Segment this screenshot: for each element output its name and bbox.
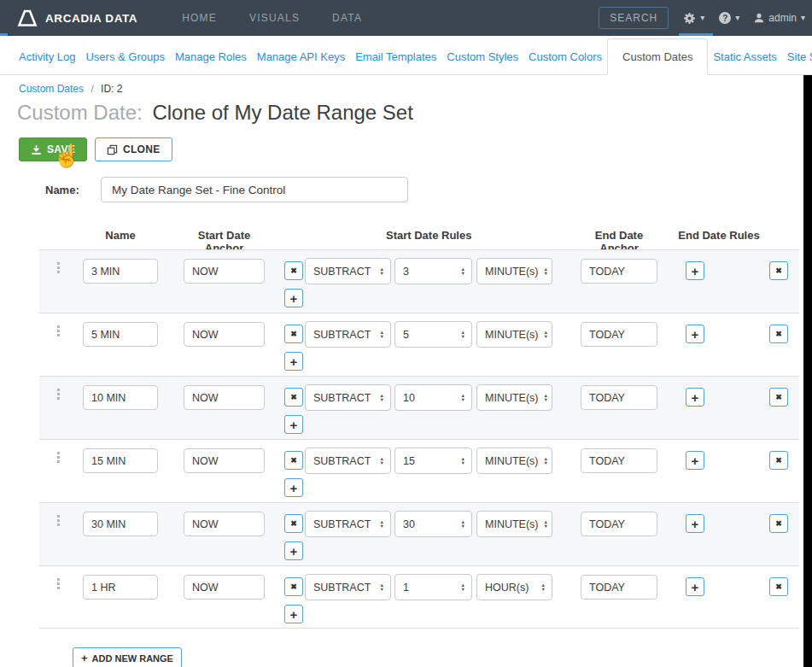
drag-handle-icon[interactable] (57, 389, 60, 400)
amount-select[interactable]: 10 ▲▼ (394, 384, 472, 411)
save-button-label: SAVE (47, 143, 75, 155)
remove-start-rule-button[interactable]: ✖ (284, 325, 303, 343)
remove-row-button[interactable]: ✖ (769, 577, 788, 596)
tab-activity-log[interactable]: Activity Log (14, 39, 80, 74)
add-end-rule-button[interactable]: + (686, 514, 704, 533)
unit-select[interactable]: MINUTE(s) ▲▼ (476, 258, 552, 284)
tab-manage-api-keys[interactable]: Manage API Keys (252, 39, 350, 74)
unit-select[interactable]: MINUTE(s) ▲▼ (476, 448, 552, 474)
unit-select[interactable]: MINUTE(s) ▲▼ (476, 321, 552, 348)
amount-select[interactable]: 1 ▲▼ (394, 574, 472, 600)
remove-start-rule-button[interactable]: ✖ (284, 514, 303, 533)
drag-handle-icon[interactable] (57, 325, 60, 336)
start-date-anchor-input[interactable] (184, 259, 265, 284)
operation-select-value: SUBTRACT (313, 518, 371, 530)
remove-row-button[interactable]: ✖ (769, 514, 788, 533)
add-end-rule-button[interactable]: + (686, 451, 704, 470)
breadcrumb: Custom Dates / ID: 2 (19, 83, 812, 95)
operation-select[interactable]: SUBTRACT ▲▼ (305, 448, 391, 474)
add-end-rule-button[interactable]: + (686, 577, 704, 596)
remove-row-button[interactable]: ✖ (769, 388, 788, 407)
user-menu[interactable]: admin ▾ (754, 12, 805, 24)
nav-link-visuals[interactable]: VISUALS (249, 12, 300, 24)
tab-custom-colors[interactable]: Custom Colors (523, 39, 607, 74)
add-start-rule-button[interactable]: + (284, 415, 303, 434)
search-button[interactable]: SEARCH (599, 7, 669, 29)
brand[interactable]: ARCADIA DATA (17, 8, 137, 28)
drag-handle-icon[interactable] (57, 515, 60, 526)
nav-link-data[interactable]: DATA (332, 12, 362, 24)
end-date-anchor-input[interactable] (581, 448, 657, 473)
remove-row-button[interactable]: ✖ (769, 261, 788, 280)
operation-select[interactable]: SUBTRACT ▲▼ (305, 511, 391, 537)
drag-handle-icon[interactable] (57, 452, 60, 463)
select-spinner-icon: ▲▼ (380, 267, 384, 275)
range-name-input[interactable] (83, 322, 158, 347)
help-menu[interactable]: ? ▾ (719, 12, 739, 24)
amount-select[interactable]: 5 ▲▼ (394, 321, 472, 348)
tab-custom-dates[interactable]: Custom Dates (607, 38, 708, 75)
add-start-rule-button[interactable]: + (284, 541, 303, 560)
end-date-anchor-input[interactable] (581, 385, 657, 410)
end-date-anchor-input[interactable] (581, 575, 657, 600)
remove-start-rule-button[interactable]: ✖ (284, 388, 303, 407)
tab-static-assets[interactable]: Static Assets (708, 39, 781, 74)
operation-select[interactable]: SUBTRACT ▲▼ (305, 258, 391, 284)
range-name-input[interactable] (83, 512, 158, 536)
add-start-rule-button[interactable]: + (284, 352, 303, 371)
range-name-input[interactable] (83, 385, 158, 410)
end-date-anchor-input[interactable] (581, 512, 657, 536)
select-spinner-icon: ▲▼ (544, 394, 548, 401)
unit-select[interactable]: MINUTE(s) ▲▼ (476, 511, 552, 537)
settings-menu[interactable]: ▾ (683, 12, 704, 25)
remove-start-rule-button[interactable]: ✖ (284, 577, 303, 596)
save-button[interactable]: SAVE (19, 137, 87, 161)
start-date-anchor-input[interactable] (184, 575, 265, 600)
select-spinner-icon: ▲▼ (541, 583, 546, 591)
action-toolbar: SAVE CLONE (19, 137, 812, 161)
start-date-anchor-input[interactable] (184, 512, 265, 536)
add-start-rule-button[interactable]: + (284, 605, 303, 623)
remove-start-rule-button[interactable]: ✖ (284, 261, 303, 280)
operation-select[interactable]: SUBTRACT ▲▼ (305, 384, 391, 411)
tab-custom-styles[interactable]: Custom Styles (441, 39, 523, 74)
tab-email-templates[interactable]: Email Templates (350, 39, 441, 74)
amount-select[interactable]: 30 ▲▼ (394, 511, 472, 537)
range-name-input[interactable] (83, 259, 158, 284)
add-new-range-button[interactable]: + ADD NEW RANGE (73, 647, 182, 667)
start-date-anchor-input[interactable] (184, 385, 265, 410)
start-date-anchor-input[interactable] (184, 322, 265, 347)
range-name-input[interactable] (83, 448, 158, 473)
start-date-anchor-input[interactable] (184, 448, 265, 473)
add-start-rule-button[interactable]: + (284, 289, 303, 307)
amount-select[interactable]: 15 ▲▼ (394, 448, 472, 474)
add-start-rule-button[interactable]: + (284, 478, 303, 497)
end-date-anchor-input[interactable] (581, 322, 657, 347)
amount-select[interactable]: 3 ▲▼ (394, 258, 472, 284)
drag-handle-icon[interactable] (57, 578, 60, 589)
operation-select[interactable]: SUBTRACT ▲▼ (305, 321, 391, 348)
breadcrumb-current: ID: 2 (101, 83, 122, 95)
add-end-rule-button[interactable]: + (686, 388, 704, 407)
clone-button[interactable]: CLONE (95, 137, 172, 161)
breadcrumb-custom-dates-link[interactable]: Custom Dates (19, 83, 84, 95)
column-header-name: Name (83, 229, 158, 242)
remove-start-rule-button[interactable]: ✖ (284, 451, 303, 470)
remove-row-button[interactable]: ✖ (769, 451, 788, 470)
add-end-rule-button[interactable]: + (686, 325, 704, 343)
add-end-rule-button[interactable]: + (686, 261, 704, 280)
drag-handle-icon[interactable] (57, 262, 60, 273)
tab-site-settings[interactable]: Site Settings (782, 39, 812, 74)
right-scrollbar-area[interactable] (803, 75, 812, 667)
tab-manage-roles[interactable]: Manage Roles (170, 39, 252, 74)
operation-select-value: SUBTRACT (313, 266, 371, 278)
tab-users-groups[interactable]: Users & Groups (80, 39, 169, 74)
range-name-input[interactable] (83, 575, 158, 600)
name-input[interactable] (101, 177, 408, 202)
unit-select[interactable]: MINUTE(s) ▲▼ (476, 384, 552, 411)
unit-select[interactable]: HOUR(s) ▲▼ (476, 574, 552, 600)
operation-select[interactable]: SUBTRACT ▲▼ (305, 574, 391, 600)
nav-link-home[interactable]: HOME (182, 12, 217, 24)
end-date-anchor-input[interactable] (581, 259, 657, 284)
remove-row-button[interactable]: ✖ (769, 325, 788, 343)
